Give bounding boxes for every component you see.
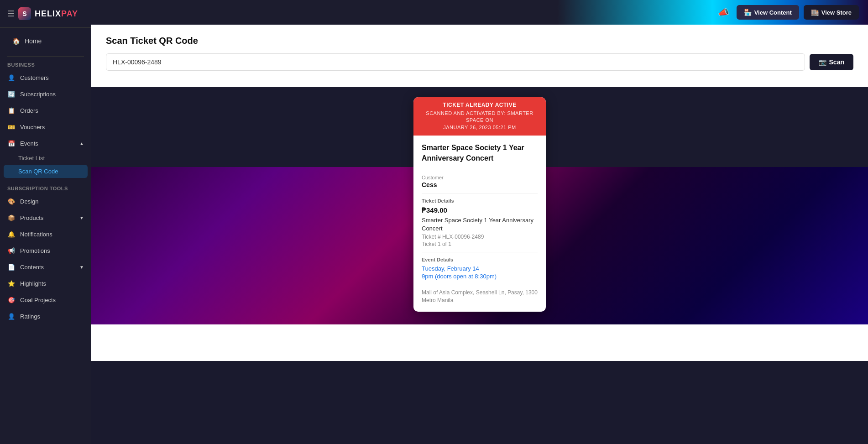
sidebar-subitem-ticket-list[interactable]: Ticket List (0, 151, 91, 165)
sidebar-item-events-label: Events (20, 140, 38, 147)
highlights-icon: ⭐ (7, 279, 16, 287)
ticket-event-name: Smarter Space Society 1 Year Anniversary… (422, 143, 538, 163)
ticket-details-section-label: Ticket Details (422, 198, 538, 204)
sidebar-item-products-label: Products (20, 214, 43, 221)
sidebar-item-customers[interactable]: 👤 Customers (0, 69, 91, 86)
sidebar-item-vouchers[interactable]: 🎫 Vouchers (0, 119, 91, 135)
event-details-section-label: Event Details (422, 257, 538, 262)
sidebar-item-highlights[interactable]: ⭐ Highlights (0, 275, 91, 292)
sidebar-home-section: 🏠 Home (0, 28, 91, 54)
main-content: 📣 🏪 View Content 🏬 View Store Scan Ticke… (91, 0, 868, 444)
business-section-label: Business (0, 58, 91, 69)
ticket-divider-2 (422, 193, 538, 193)
promotions-icon: 📢 (7, 246, 16, 255)
topbar: 📣 🏪 View Content 🏬 View Store (91, 0, 868, 25)
sidebar-home-label: Home (25, 37, 42, 45)
orders-icon: 📋 (7, 106, 16, 115)
ticket-divider-1 (422, 170, 538, 170)
sidebar-item-notifications[interactable]: 🔔 Notifications (0, 226, 91, 242)
scan-input-row: 📷 Scan (106, 53, 853, 80)
view-store-icon: 🏬 (811, 9, 819, 16)
sidebar-item-highlights-label: Highlights (20, 280, 46, 287)
sidebar-item-contents[interactable]: 📄 Contents ▼ (0, 259, 91, 275)
sidebar-item-orders[interactable]: 📋 Orders (0, 102, 91, 119)
sidebar-subitem-scan-qr[interactable]: Scan QR Code (4, 165, 88, 178)
ticket-customer-label: Customer (422, 175, 538, 180)
sidebar-item-subscriptions[interactable]: 🔄 Subscriptions (0, 86, 91, 102)
hamburger-icon[interactable]: ☰ (7, 9, 15, 19)
events-icon: 📅 (7, 139, 16, 147)
sidebar-item-notifications-label: Notifications (20, 231, 52, 238)
sidebar-item-goal-projects[interactable]: 🎯 Goal Projects (0, 292, 91, 308)
page-area: Scan Ticket QR Code 📷 Scan TICKET ALREAD… (91, 25, 868, 444)
ticket-code-input[interactable] (106, 53, 805, 71)
event-date: Tuesday, February 14 (422, 265, 538, 272)
view-store-label: View Store (821, 9, 852, 16)
ticket-of: Ticket 1 of 1 (422, 241, 538, 247)
divider-business (7, 56, 84, 57)
home-icon: 🏠 (12, 37, 20, 45)
event-time: 9pm (doors open at 8:30pm) (422, 273, 538, 280)
ticket-status-label: TICKET ALREADY ACTIVE (421, 102, 539, 108)
sidebar: ☰ S HELIXPAY 🏠 Home Business 👤 Customers… (0, 0, 91, 444)
sidebar-item-products[interactable]: 📦 Products ▼ (0, 209, 91, 226)
scan-qr-label: Scan QR Code (18, 168, 58, 175)
sidebar-item-design-label: Design (20, 198, 38, 205)
logo-icon: S (18, 7, 31, 20)
ratings-icon: 👤 (7, 312, 16, 320)
view-content-button[interactable]: 🏪 View Content (737, 5, 799, 20)
ticket-status-bar: TICKET ALREADY ACTIVE Scanned and activa… (413, 97, 546, 136)
logo-text-helix: HELIX (35, 9, 61, 18)
ticket-divider-3 (422, 252, 538, 252)
scan-header: Scan Ticket QR Code 📷 Scan (91, 25, 868, 87)
goal-projects-icon: 🎯 (7, 296, 16, 304)
sidebar-item-ratings-label: Ratings (20, 313, 40, 320)
events-chevron-icon: ▲ (79, 141, 84, 146)
logo-text: HELIXPAY (35, 9, 78, 19)
view-content-icon: 🏪 (744, 9, 752, 16)
ticket-detail-event: Smarter Space Society 1 Year Anniversary… (422, 216, 538, 233)
ticket-customer-name: Cess (422, 181, 538, 188)
sidebar-item-promotions[interactable]: 📢 Promotions (0, 242, 91, 259)
sidebar-item-vouchers-label: Vouchers (20, 124, 45, 131)
design-icon: 🎨 (7, 197, 16, 205)
scan-section: Scan Ticket QR Code 📷 Scan (91, 25, 868, 87)
sub-tools-section-label: Subscription Tools (0, 182, 91, 193)
ticket-activated-date: January 26, 2023 05:21 pm (443, 125, 516, 130)
sidebar-item-design[interactable]: 🎨 Design (0, 193, 91, 209)
bottom-white-area (91, 324, 868, 361)
sidebar-item-customers-label: Customers (20, 74, 49, 81)
scan-button-label: Scan (829, 58, 844, 66)
contents-chevron-icon: ▼ (79, 265, 84, 270)
scan-camera-icon: 📷 (819, 58, 826, 66)
products-icon: 📦 (7, 214, 16, 222)
event-details-section: Event Details Tuesday, February 14 9pm (… (422, 257, 538, 304)
ticket-card: TICKET ALREADY ACTIVE Scanned and activa… (413, 97, 546, 312)
sidebar-item-orders-label: Orders (20, 107, 38, 114)
ticket-price: ₱349.00 (422, 206, 538, 214)
sidebar-item-subscriptions-label: Subscriptions (20, 91, 56, 98)
sidebar-item-ratings[interactable]: 👤 Ratings (0, 308, 91, 324)
notifications-icon: 🔔 (7, 230, 16, 238)
ticket-activated-by: Scanned and activated by: Smarter Space … (426, 110, 533, 123)
ticket-number: Ticket # HLX-00096-2489 (422, 234, 538, 240)
event-bg-area: TICKET ALREADY ACTIVE Scanned and activa… (91, 87, 868, 324)
event-venue: Mall of Asia Complex, Seashell Ln, Pasay… (422, 289, 538, 304)
view-store-button[interactable]: 🏬 View Store (804, 5, 859, 20)
notification-bell-icon[interactable]: 📣 (715, 4, 732, 21)
logo-area: ☰ S HELIXPAY (0, 0, 91, 28)
sidebar-item-promotions-label: Promotions (20, 247, 50, 254)
divider-tools (7, 180, 84, 180)
sidebar-item-contents-label: Contents (20, 264, 44, 271)
vouchers-icon: 🎫 (7, 123, 16, 131)
customers-icon: 👤 (7, 73, 16, 82)
subscriptions-icon: 🔄 (7, 90, 16, 98)
sidebar-item-events[interactable]: 📅 Events ▲ (0, 135, 91, 151)
logo-text-pay: PAY (61, 9, 78, 18)
scan-button[interactable]: 📷 Scan (810, 54, 853, 70)
ticket-body: Smarter Space Society 1 Year Anniversary… (413, 136, 546, 312)
products-chevron-icon: ▼ (79, 215, 84, 220)
sidebar-item-goal-projects-label: Goal Projects (20, 297, 56, 303)
sidebar-item-home[interactable]: 🏠 Home (7, 33, 84, 49)
ticket-list-label: Ticket List (18, 155, 45, 162)
